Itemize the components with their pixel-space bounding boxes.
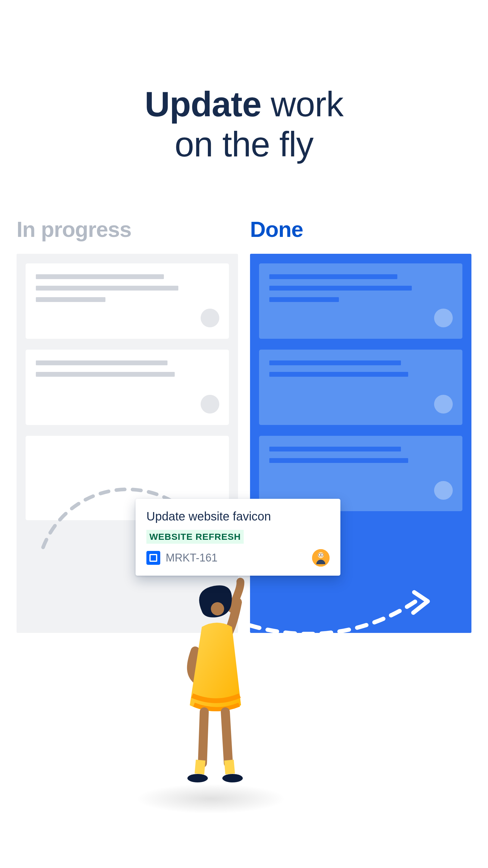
assignee-avatar-placeholder [434, 395, 453, 413]
placeholder-line [269, 286, 412, 290]
placeholder-line [269, 458, 408, 463]
column-done-header: Done [250, 217, 471, 242]
svg-point-2 [318, 554, 321, 556]
placeholder-line [269, 361, 401, 365]
card-footer-row: MRKT-161 [147, 549, 330, 567]
assignee-avatar-placeholder [434, 481, 453, 500]
placeholder-line [36, 286, 178, 290]
card-title: Update website favicon [147, 510, 330, 523]
svg-point-6 [222, 774, 243, 782]
card-issue-key[interactable]: MRKT-161 [166, 552, 218, 564]
placeholder-line [36, 372, 175, 377]
svg-point-3 [321, 554, 323, 556]
svg-point-4 [211, 602, 224, 615]
assignee-avatar-placeholder [201, 309, 219, 327]
placeholder-line [269, 297, 339, 302]
placeholder-line [36, 274, 164, 279]
svg-point-5 [187, 774, 208, 782]
card-placeholder[interactable] [26, 264, 229, 339]
card-placeholder[interactable] [259, 350, 462, 425]
placeholder-line [36, 297, 105, 302]
dragging-card[interactable]: Update website favicon WEBSITE REFRESH M… [135, 499, 340, 576]
headline-strong: Update [144, 85, 261, 124]
column-in-progress-header: In progress [17, 217, 238, 242]
placeholder-line [269, 372, 408, 377]
placeholder-line [36, 361, 167, 365]
headline-line2: on the fly [175, 125, 314, 164]
assignee-avatar-placeholder [201, 395, 219, 413]
assignee-avatar[interactable] [312, 549, 330, 567]
column-done-body [250, 254, 471, 633]
person-illustration [157, 576, 271, 802]
card-placeholder[interactable] [259, 264, 462, 339]
card-placeholder[interactable] [26, 350, 229, 425]
drag-arrow-icon [247, 589, 437, 644]
placeholder-line [269, 447, 401, 452]
placeholder-line [269, 274, 397, 279]
issue-type-icon [147, 551, 160, 565]
assignee-avatar-placeholder [434, 309, 453, 327]
card-epic-tag[interactable]: WEBSITE REFRESH [147, 530, 244, 544]
headline: Update work on the fly [0, 84, 488, 165]
headline-rest1: work [261, 85, 344, 124]
